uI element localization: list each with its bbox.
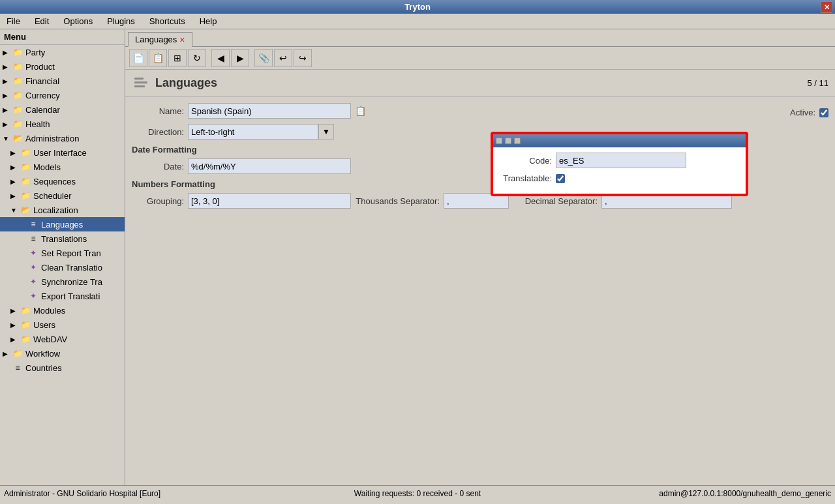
arrow-icon: ▶ (3, 63, 10, 70)
translatable-checkbox[interactable] (556, 174, 565, 183)
folder-icon: 📁 (12, 89, 23, 101)
folder-icon: 📁 (12, 61, 23, 72)
menu-options[interactable]: Options (59, 15, 97, 27)
sidebar-item-sequences[interactable]: ▶ 📁 Sequences (0, 174, 125, 188)
direction-field[interactable] (188, 124, 318, 140)
arrow-icon: ▶ (10, 192, 18, 200)
name-field[interactable] (188, 103, 351, 119)
sidebar-item-modules[interactable]: ▶ 📁 Modules (0, 303, 125, 318)
undo-button[interactable]: ↩ (274, 49, 292, 67)
window-title: Tryton (404, 2, 431, 12)
arrow-icon: ▶ (10, 178, 18, 185)
active-label: Active: (763, 108, 815, 117)
sidebar-item-webdav[interactable]: ▶ 📁 WebDAV (0, 332, 125, 346)
date-field[interactable] (188, 158, 351, 174)
decimal-label: Decimal Separator: (513, 196, 598, 206)
status-left: Administrator - GNU Solidario Hospital [… (4, 489, 280, 498)
thousands-label: Thousands Separator: (355, 196, 440, 206)
sidebar-item-calendar[interactable]: ▶ 📁 Calendar (0, 102, 125, 117)
menubar: File Edit Options Plugins Shortcuts Help (0, 14, 835, 29)
next-icon: ▶ (237, 53, 244, 63)
menu-edit[interactable]: Edit (31, 15, 53, 27)
direction-label: Direction: (132, 127, 184, 137)
folder-icon: 📁 (20, 333, 31, 345)
arrow-icon: ▶ (10, 321, 18, 329)
sidebar: Menu ▶ 📁 Party ▶ 📁 Product ▶ 📁 Financial… (0, 29, 125, 485)
refresh-button[interactable]: ↻ (188, 49, 206, 67)
sidebar-item-users[interactable]: ▶ 📁 Users (0, 318, 125, 332)
tab-bar: Languages × (125, 29, 835, 47)
sidebar-header: Menu (0, 29, 125, 45)
arrow-icon: ▶ (10, 164, 18, 171)
code-field[interactable] (556, 153, 686, 168)
popup-titlebar (493, 134, 746, 147)
folder-open-icon: 📂 (20, 204, 31, 216)
svg-rect-0 (134, 78, 144, 80)
sidebar-item-set-report-tran[interactable]: ✦ Set Report Tran (0, 246, 125, 260)
arrow-icon: ▼ (3, 135, 10, 142)
menu-plugins[interactable]: Plugins (103, 15, 139, 27)
action-icon: ✦ (27, 261, 39, 273)
svg-rect-2 (134, 85, 145, 87)
arrow-icon: ▶ (3, 350, 10, 357)
new-button[interactable]: 📄 (129, 49, 147, 67)
action-icon: ✦ (27, 276, 39, 288)
main-layout: Menu ▶ 📁 Party ▶ 📁 Product ▶ 📁 Financial… (0, 29, 835, 485)
folder-open-icon: 📂 (12, 132, 23, 144)
sidebar-item-party[interactable]: ▶ 📁 Party (0, 45, 125, 59)
sidebar-item-financial[interactable]: ▶ 📁 Financial (0, 74, 125, 88)
date-label: Date: (132, 162, 184, 171)
menu-shortcuts[interactable]: Shortcuts (145, 15, 189, 27)
active-checkbox[interactable] (819, 108, 828, 117)
attach-button[interactable]: 📎 (254, 49, 273, 67)
sidebar-item-currency[interactable]: ▶ 📁 Currency (0, 88, 125, 102)
page-header: Languages 5 / 11 (125, 70, 835, 96)
sidebar-item-clean-translatio[interactable]: ✦ Clean Translatio (0, 260, 125, 274)
folder-icon: 📁 (20, 304, 31, 316)
sidebar-item-health[interactable]: ▶ 📁 Health (0, 117, 125, 131)
svg-rect-1 (134, 82, 147, 83)
sidebar-item-models[interactable]: ▶ 📁 Models (0, 160, 125, 174)
prev-button[interactable]: ◀ (211, 49, 230, 67)
popup-dot-3 (514, 138, 521, 144)
arrow-icon: ▶ (10, 149, 18, 156)
sidebar-item-countries[interactable]: ≡ Countries (0, 361, 125, 375)
menu-help[interactable]: Help (196, 15, 221, 27)
tab-languages[interactable]: Languages × (128, 32, 192, 47)
folder-icon: 📁 (12, 348, 23, 359)
tab-close-button[interactable]: × (179, 35, 185, 44)
toolbar: 📄 📋 ⊞ ↻ ◀ ▶ 📎 ↩ (125, 47, 835, 70)
redo-icon: ↪ (299, 53, 307, 63)
sidebar-item-languages[interactable]: ≡ Languages (0, 217, 125, 231)
sidebar-item-translations[interactable]: ≡ Translations (0, 231, 125, 246)
folder-icon: 📁 (12, 46, 23, 58)
next-button[interactable]: ▶ (231, 49, 249, 67)
menu-file[interactable]: File (3, 15, 24, 27)
name-label: Name: (132, 106, 184, 116)
grouping-field[interactable] (188, 193, 351, 209)
direction-dropdown-button[interactable]: ▼ (318, 124, 334, 140)
status-mid: Waiting requests: 0 received - 0 sent (280, 489, 556, 498)
sidebar-item-scheduler[interactable]: ▶ 📁 Scheduler (0, 188, 125, 203)
tab-label: Languages (135, 35, 177, 44)
page-icon (132, 74, 150, 92)
copy-name-icon[interactable]: 📋 (355, 106, 366, 116)
folder-icon: 📁 (20, 190, 31, 201)
redo-button[interactable]: ↪ (294, 49, 312, 67)
sidebar-item-product[interactable]: ▶ 📁 Product (0, 59, 125, 74)
copy-button[interactable]: 📋 (149, 49, 167, 67)
sidebar-item-synchronize-tra[interactable]: ✦ Synchronize Tra (0, 274, 125, 289)
fullscreen-button[interactable]: ⊞ (168, 49, 187, 67)
folder-icon: 📁 (20, 175, 31, 187)
active-row: Active: (763, 108, 828, 117)
close-button[interactable]: ✕ (821, 1, 832, 13)
sidebar-item-localization[interactable]: ▼ 📂 Localization (0, 203, 125, 217)
arrow-icon: ▶ (3, 49, 10, 56)
sidebar-item-workflow[interactable]: ▶ 📁 Workflow (0, 346, 125, 361)
sidebar-item-user-interface[interactable]: ▶ 📁 User Interface (0, 145, 125, 160)
sidebar-item-administration[interactable]: ▼ 📂 Administration (0, 131, 125, 145)
list-icon: ≡ (27, 218, 39, 230)
popup-dot-2 (505, 138, 511, 144)
title-bar: Tryton ✕ (0, 0, 835, 14)
sidebar-item-export-translati[interactable]: ✦ Export Translati (0, 289, 125, 303)
